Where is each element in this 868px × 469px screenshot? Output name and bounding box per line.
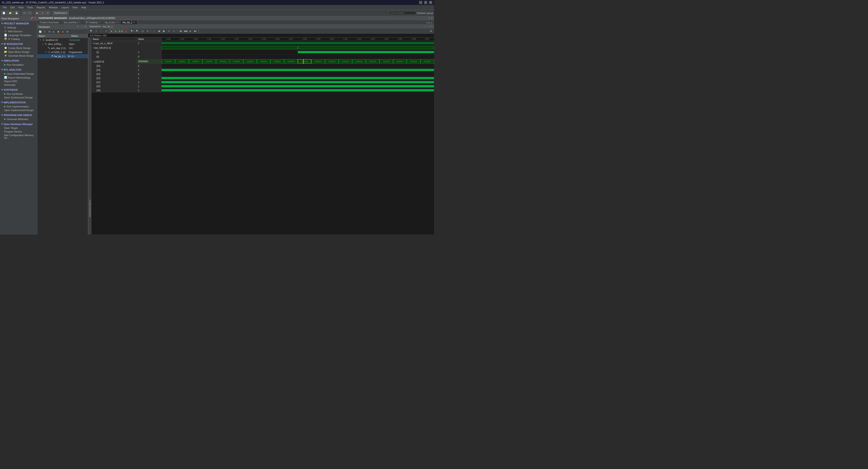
redo-button[interactable]: ↪	[27, 11, 32, 15]
close-button[interactable]: ✕	[429, 1, 432, 4]
tab-project-summary[interactable]: Project Summary	[37, 20, 61, 24]
menu-view[interactable]: View	[70, 6, 80, 9]
menu-file[interactable]: File	[1, 6, 8, 9]
wf-list-button[interactable]: ≡	[104, 29, 108, 33]
section-title-rtl[interactable]: ▾ RTL ANALYSIS	[0, 67, 37, 72]
hw-tree-max[interactable]: □	[82, 25, 84, 28]
wf-crosshair-button[interactable]: ✛	[145, 29, 150, 33]
tree-node-hw-ila[interactable]: 🔎 hw_ila_1 (... Idle	[37, 54, 88, 58]
flow-item-program-device[interactable]: Program Device	[0, 130, 37, 133]
maximize-button[interactable]: □	[424, 1, 427, 4]
run-button[interactable]: ▶	[35, 11, 40, 15]
hw-tree-float[interactable]: ─	[80, 25, 81, 28]
section-title-project-manager[interactable]: ▾ PROJECT MANAGER	[0, 21, 37, 26]
wf-settings-button[interactable]: ⚙	[429, 29, 433, 33]
wf-zoomout-button[interactable]: 🔍-	[135, 29, 140, 33]
flow-item-language-templates[interactable]: 📄 Language Templates	[0, 33, 37, 37]
hw-refresh-button[interactable]: 🔄	[38, 30, 42, 34]
flow-nav-help[interactable]: ?	[34, 17, 36, 20]
hw-run-button[interactable]: ▶	[52, 30, 56, 34]
stop-button[interactable]: ■	[40, 11, 45, 15]
wf-prev-edge-button[interactable]: ◀|	[157, 29, 161, 33]
dashboard-button[interactable]: Dashboard ▾	[53, 11, 69, 15]
tab-close-icon[interactable]: ✕	[116, 21, 118, 24]
wf-zoom-fit-button[interactable]: ⊡	[140, 29, 145, 33]
flow-item-open-block-design[interactable]: 📂 Open Block Design	[0, 50, 37, 54]
reset-button[interactable]: ↺	[45, 11, 50, 15]
wf-min[interactable]: ─	[426, 25, 428, 28]
tree-expand-fpga[interactable]: ▾	[44, 51, 47, 53]
tab-led-twinkle[interactable]: led_twinkle.v ✕	[61, 20, 83, 24]
hw-help-link[interactable]: ?	[428, 17, 430, 20]
wf-marker-button[interactable]: |	[152, 29, 156, 33]
flow-item-generate-block-design[interactable]: ⚡ Generate Block Design	[0, 54, 37, 58]
save-button[interactable]: 💾	[13, 11, 20, 15]
flow-item-generate-bitstream[interactable]: ▶ Generate Bitstream	[0, 117, 37, 121]
wf-next-edge-button[interactable]: |▶	[162, 29, 166, 33]
tree-node-fpga[interactable]: ▾ ⬛ xc7z020_1 (1) Programmed	[37, 50, 88, 54]
wf-jump2-button[interactable]: ↪	[172, 29, 176, 33]
wf-skip-button[interactable]: ►►	[119, 29, 123, 33]
hw-tree-close[interactable]: ✕	[85, 25, 87, 28]
flow-item-report-drc[interactable]: Report DRC	[0, 79, 37, 83]
wf-close[interactable]: ✕	[431, 25, 433, 28]
hw-props-button[interactable]: ⚙	[47, 30, 51, 34]
tab-bar-close[interactable]: ✕	[431, 22, 433, 24]
wf-zoomin-button[interactable]: 🔍+	[130, 29, 135, 33]
minimize-button[interactable]: ─	[419, 1, 422, 4]
wf-last-button[interactable]: ▶|	[193, 29, 198, 33]
window-controls[interactable]: ─ □ ✕	[419, 1, 432, 4]
tree-node-cable[interactable]: ▾ 🔌 xilinx_tcf/Digi... Open	[37, 42, 88, 46]
menu-window[interactable]: Window	[47, 6, 59, 9]
tab-ila-veo[interactable]: ila_0.veo ✕	[102, 20, 120, 24]
section-title-ip-integrator[interactable]: ▾ IP INTEGRATOR	[0, 42, 37, 46]
quick-search-input[interactable]	[389, 11, 416, 15]
wf-step-prev-button[interactable]: ◀◀	[183, 29, 188, 33]
section-title-implementation[interactable]: ▾ IMPLEMENTATION	[0, 100, 37, 104]
section-title-program[interactable]: ▾ PROGRAM AND DEBUG	[0, 113, 37, 117]
tree-expand-icon[interactable]: ▾	[41, 43, 44, 45]
flow-item-schematic[interactable]: Schematic	[0, 83, 37, 87]
flow-item-ip-catalog[interactable]: 📦 IP Catalog	[0, 37, 37, 41]
section-title-simulation[interactable]: ▾ SIMULATION	[0, 59, 37, 63]
flow-item-run-synthesis[interactable]: ▶ Run Synthesis	[0, 92, 37, 96]
tab-ip-catalog[interactable]: IP Catalog ✕	[83, 20, 102, 24]
flow-item-add-config-mem[interactable]: Add Configuration Memory De...	[0, 133, 37, 140]
wf-search-button[interactable]: 🔍	[89, 29, 94, 33]
open-project-button[interactable]: 📁	[7, 11, 13, 15]
wf-max[interactable]: □	[429, 25, 430, 28]
wf-help[interactable]: ?	[424, 25, 426, 28]
menu-tools[interactable]: Tools	[25, 6, 35, 9]
tab-hw-ila[interactable]: hw_ila_1 ✕	[120, 20, 137, 24]
flow-item-settings[interactable]: ⚙ Settings	[0, 26, 37, 29]
hw-tree-help[interactable]: ?	[77, 25, 79, 28]
menu-layout[interactable]: Layout	[59, 6, 70, 9]
tab-bar-help[interactable]: ?	[426, 22, 427, 24]
hw-filter-button[interactable]: ≡	[43, 30, 47, 34]
flow-item-open-target[interactable]: Open Target	[0, 126, 37, 130]
section-title-synthesis[interactable]: ▾ SYNTHESIS	[0, 88, 37, 92]
dashboard-options-sidebar[interactable]: Dashboard Options	[88, 37, 92, 234]
wf-first-button[interactable]: |◀	[178, 29, 183, 33]
flow-item-open-implemented[interactable]: Open Implemented Design	[0, 108, 37, 112]
section-title-hw-manager[interactable]: ▾ Open Hardware Manager	[0, 122, 37, 126]
tab-bar-float[interactable]: ⧉	[428, 22, 430, 24]
menu-help[interactable]: Help	[80, 6, 88, 9]
flow-item-open-synthesized[interactable]: Open Synthesized Design	[0, 96, 37, 99]
new-project-button[interactable]: 📄	[1, 11, 7, 15]
wf-add-button[interactable]: +	[94, 29, 98, 33]
tab-close-icon[interactable]: ✕	[133, 21, 135, 24]
hw-stop-button[interactable]: ■	[61, 30, 65, 34]
tree-node-localhost[interactable]: ▾ 🖥 localhost (1) Connected	[37, 38, 88, 42]
flow-item-add-sources[interactable]: ➕ Add Sources	[0, 29, 37, 33]
undo-button[interactable]: ↩	[22, 11, 27, 15]
sig-expand-icon[interactable]: ▾	[93, 47, 94, 49]
flow-item-create-block-design[interactable]: 🔲 Create Block Design	[0, 46, 37, 50]
wf-minus-button[interactable]: −	[99, 29, 103, 33]
hw-prog-button[interactable]: ⚡	[56, 30, 60, 34]
wf-play-button[interactable]: ▶	[114, 29, 118, 33]
menu-flow[interactable]: Flow	[17, 6, 25, 9]
tree-expand-icon[interactable]: ▾	[39, 39, 42, 41]
tree-node-arm-dap[interactable]: 🔧 arm_dap_0 (1) N/A	[37, 46, 88, 50]
hw-gear-button[interactable]: ⚙	[65, 30, 69, 34]
